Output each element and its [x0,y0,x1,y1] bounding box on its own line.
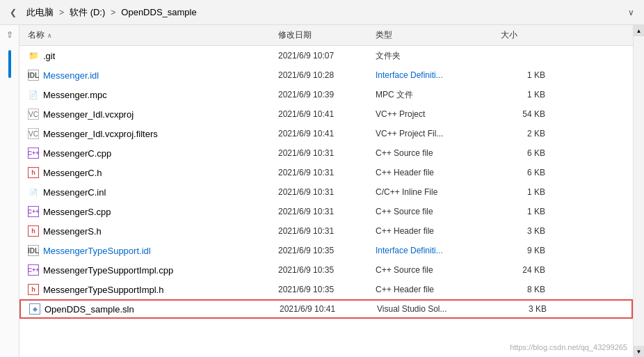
file-name: MessengerTypeSupportImpl.h [43,285,163,295]
file-name: .git [43,51,55,61]
file-name-cell: IDLMessenger.idl [22,70,273,81]
file-size: 54 KB [495,109,551,119]
breadcrumb-home[interactable]: 此电脑 [24,5,56,20]
file-size: 1 KB [495,90,551,100]
cpp-icon: C++ [28,206,39,217]
right-scrollbar[interactable]: ▲ ▼ [633,25,644,357]
file-type: VC++ Project [370,109,495,119]
file-type: 文件夹 [370,50,495,62]
column-headers: 名称 ∧ 修改日期 类型 大小 [19,25,633,46]
file-name-cell: hMessengerS.h [22,225,273,237]
file-date: 2021/6/9 10:31 [273,207,370,216]
breadcrumb: ❮ 此电脑 > 软件 (D:) > OpenDDS_sample [6,5,200,20]
table-row[interactable]: VCMessenger_Idl.vcxproj.filters2021/6/9 … [19,124,633,143]
table-row[interactable]: hMessengerC.h2021/6/9 10:31C++ Header fi… [19,163,633,182]
breadcrumb-chevron[interactable]: ∨ [624,6,638,19]
h-icon: h [28,167,39,178]
table-row[interactable]: C++MessengerS.cpp2021/6/9 10:31C++ Sourc… [19,202,633,221]
file-rows[interactable]: 📁.git2021/6/9 10:07文件夹IDLMessenger.idl20… [19,46,633,357]
file-size: 6 KB [495,168,551,177]
col-header-type[interactable]: 类型 [370,29,495,41]
table-row[interactable]: C++MessengerTypeSupportImpl.cpp2021/6/9 … [19,260,633,280]
file-type: C++ Header file [370,226,495,236]
file-name-cell: VCMessenger_Idl.vcxproj.filters [22,128,273,139]
h-icon: h [28,284,39,295]
file-name: MessengerS.h [43,226,102,237]
file-date: 2021/6/9 10:31 [273,168,370,177]
file-date: 2021/6/9 10:35 [273,285,370,294]
nav-panel: ⇧ [0,25,19,357]
table-row[interactable]: 📁.git2021/6/9 10:07文件夹 [19,46,633,65]
file-name: MessengerC.inl [43,187,106,198]
file-name-cell: hMessengerTypeSupportImpl.h [22,284,273,295]
file-date: 2021/6/9 10:31 [273,187,370,197]
file-name-cell: 📄MessengerC.inl [22,187,273,198]
file-size: 6 KB [495,148,551,158]
cpp-icon: C++ [28,264,39,276]
file-name-cell: ◆OpenDDS_sample.sln [24,303,274,315]
breadcrumb-bar: ❮ 此电脑 > 软件 (D:) > OpenDDS_sample ∨ [0,0,644,25]
inl-icon: 📄 [28,187,39,198]
scroll-down-btn[interactable]: ▼ [634,346,645,357]
file-type: C++ Header file [370,285,495,294]
file-size: 1 KB [495,70,551,80]
file-name-cell: 📁.git [22,50,273,61]
file-date: 2021/6/9 10:31 [273,148,370,158]
file-type: C++ Source file [370,148,495,158]
file-date: 2021/6/9 10:35 [273,246,370,255]
file-name: MessengerC.cpp [43,148,111,159]
file-date: 2021/6/9 10:07 [273,51,370,61]
table-row[interactable]: IDLMessengerTypeSupport.idl2021/6/9 10:3… [19,241,633,260]
table-row[interactable]: VCMessenger_Idl.vcxproj2021/6/9 10:41VC+… [19,104,633,124]
file-type: C++ Header file [370,168,495,177]
file-name-cell: hMessengerC.h [22,167,273,178]
sln-icon: ◆ [29,303,40,315]
file-name-cell: 📄Messenger.mpc [22,89,273,100]
file-name: MessengerTypeSupport.idl [43,246,151,256]
file-type: VC++ Project Fil... [370,129,495,138]
breadcrumb-drive[interactable]: 软件 (D:) [67,5,108,20]
table-row[interactable]: 📄Messenger.mpc2021/6/9 10:39MPC 文件1 KB [19,85,633,104]
file-name: Messenger.idl [43,70,99,81]
main-container: ⇧ 名称 ∧ 修改日期 类型 大小 📁.git2021/6/9 10:07文件夹… [0,25,644,357]
table-row[interactable]: ◆OpenDDS_sample.sln2021/6/9 10:41Visual … [19,299,633,319]
file-name: OpenDDS_sample.sln [45,304,134,315]
table-row[interactable]: IDLMessenger.idl2021/6/9 10:28Interface … [19,65,633,85]
table-row[interactable]: hMessengerS.h2021/6/9 10:31C++ Header fi… [19,221,633,241]
watermark: https://blog.csdn.net/qq_43299265 [510,343,627,351]
file-name-cell: C++MessengerTypeSupportImpl.cpp [22,264,273,276]
file-type: MPC 文件 [370,89,495,101]
file-date: 2021/6/9 10:31 [273,226,370,236]
file-type: C++ Source file [370,265,495,275]
breadcrumb-sep-1: > [111,8,115,17]
sort-icon: ∧ [47,32,52,39]
vcxproj-icon: VC [28,128,39,139]
file-name-cell: IDLMessengerTypeSupport.idl [22,245,273,256]
file-type: Interface Definiti... [370,70,495,80]
file-name: MessengerTypeSupportImpl.cpp [43,265,173,276]
breadcrumb-folder[interactable]: OpenDDS_sample [118,6,199,19]
nav-up-arrow[interactable]: ⇧ [4,28,15,42]
vcxproj-icon: VC [28,109,39,120]
table-row[interactable]: C++MessengerC.cpp2021/6/9 10:31C++ Sourc… [19,143,633,163]
h-icon: h [28,225,39,237]
idl-icon: IDL [28,245,39,256]
file-name-cell: C++MessengerS.cpp [22,206,273,217]
file-type: C++ Source file [370,207,495,216]
file-size: 3 KB [497,304,552,314]
col-header-size[interactable]: 大小 [495,29,551,41]
file-type: Visual Studio Sol... [371,304,497,314]
file-name: MessengerS.cpp [43,207,111,217]
table-row[interactable]: hMessengerTypeSupportImpl.h2021/6/9 10:3… [19,280,633,299]
breadcrumb-sep-0: > [59,8,64,17]
file-date: 2021/6/9 10:39 [273,90,370,100]
file-name-cell: VCMessenger_Idl.vcxproj [22,109,273,120]
mpc-icon: 📄 [28,89,39,100]
cpp-icon: C++ [28,148,39,159]
file-size: 3 KB [495,226,551,236]
col-header-date[interactable]: 修改日期 [273,29,370,41]
scroll-up-btn[interactable]: ▲ [634,25,645,36]
back-button[interactable]: ❮ [6,6,21,19]
table-row[interactable]: 📄MessengerC.inl2021/6/9 10:31C/C++ Inlin… [19,182,633,202]
col-header-name[interactable]: 名称 ∧ [22,29,273,41]
